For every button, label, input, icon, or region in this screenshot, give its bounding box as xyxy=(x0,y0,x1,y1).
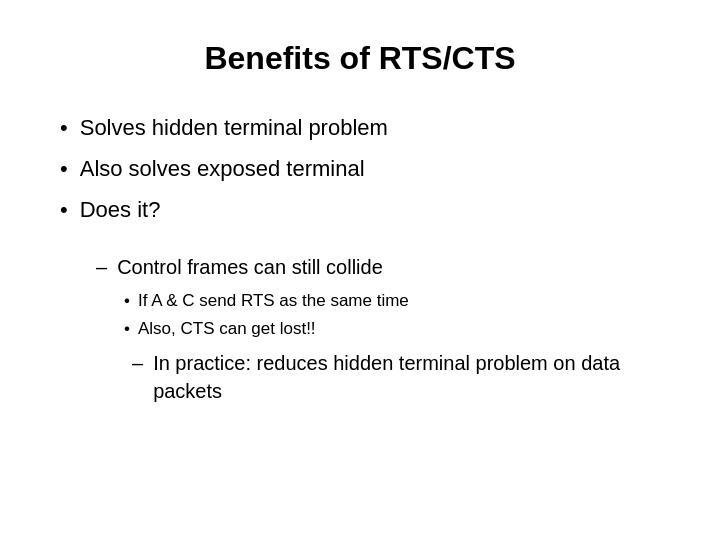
bullet-text-2: Also solves exposed terminal xyxy=(80,154,365,185)
dash-item-practice: – In practice: reduces hidden terminal p… xyxy=(132,349,660,405)
dash-item-control: – Control frames can still collide xyxy=(96,253,660,281)
dash-text-control: Control frames can still collide xyxy=(117,253,383,281)
main-bullet-list: • Solves hidden terminal problem • Also … xyxy=(60,113,660,235)
dash-symbol-1: – xyxy=(96,253,107,281)
in-practice-section: – In practice: reduces hidden terminal p… xyxy=(132,349,660,405)
sub-section: – Control frames can still collide • If … xyxy=(96,253,660,413)
sub-bullet-text-1: If A & C send RTS as the same time xyxy=(138,289,409,313)
dash-text-practice: In practice: reduces hidden terminal pro… xyxy=(153,349,660,405)
bullet-item-3: • Does it? xyxy=(60,195,660,226)
bullet-text-3: Does it? xyxy=(80,195,161,226)
bullet-dot-3: • xyxy=(60,195,68,226)
slide-title: Benefits of RTS/CTS xyxy=(60,40,660,77)
sub-bullet-text-2: Also, CTS can get lost!! xyxy=(138,317,316,341)
bullet-item-2: • Also solves exposed terminal xyxy=(60,154,660,185)
sub-bullet-item-2: • Also, CTS can get lost!! xyxy=(124,317,660,341)
bullet-item-1: • Solves hidden terminal problem xyxy=(60,113,660,144)
sub-dot-1: • xyxy=(124,289,130,313)
dash-symbol-2: – xyxy=(132,349,143,377)
bullet-dot-2: • xyxy=(60,154,68,185)
sub-bullet-item-1: • If A & C send RTS as the same time xyxy=(124,289,660,313)
slide: Benefits of RTS/CTS • Solves hidden term… xyxy=(0,0,720,540)
sub-dot-2: • xyxy=(124,317,130,341)
bullet-dot-1: • xyxy=(60,113,68,144)
bullet-text-1: Solves hidden terminal problem xyxy=(80,113,388,144)
sub-bullet-list: • If A & C send RTS as the same time • A… xyxy=(124,289,660,341)
